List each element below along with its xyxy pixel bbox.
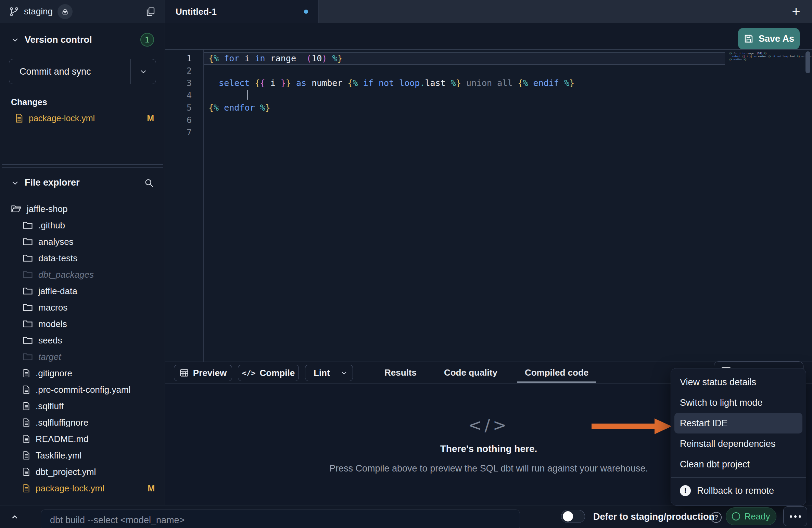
code-line-1[interactable]: {% for i in range (10) %} [204,52,725,65]
menu-item-restart-ide[interactable]: Restart IDE [674,413,802,433]
file-icon [23,369,30,378]
menu-item-label: Clean dbt project [680,459,750,470]
file-item-package-lock.yml[interactable]: package-lock.ymlM [2,480,163,496]
folder-item-models[interactable]: models [2,316,163,332]
item-name: .pre-commit-config.yaml [36,385,130,395]
branch-lock[interactable] [58,4,73,19]
folder-item-jaffle-data[interactable]: jaffle-data [2,283,163,299]
save-as-label: Save As [759,34,794,44]
commit-options-caret[interactable] [130,59,156,84]
branch-name: staging [24,6,53,17]
lint-button[interactable]: Lint [305,365,353,381]
file-item-dbt_project.yml[interactable]: dbt_project.yml [2,464,163,480]
search-icon[interactable] [144,178,154,188]
command-bar-divider [37,505,37,528]
minimap[interactable]: {% for i in range (10) %} select {{ i }}… [729,52,802,61]
menu-item-view-status-details[interactable]: View status details [674,372,802,392]
code-line-5[interactable]: {% endfor %} [204,102,812,114]
file-item-.gitignore[interactable]: .gitignore [2,365,163,381]
item-name: target [38,352,61,362]
folder-item-.github[interactable]: .github [2,217,163,234]
code-line-2[interactable] [204,65,812,77]
file-item-.sqlfluff[interactable]: .sqlfluff [2,398,163,414]
file-explorer-title: File explorer [25,177,80,188]
menu-item-clean-dbt-project[interactable]: Clean dbt project [674,454,802,475]
collapse-panel-button[interactable] [5,509,25,525]
defer-toggle[interactable] [561,510,585,523]
new-tab-button[interactable]: + [780,0,812,23]
folder-item-macros[interactable]: macros [2,299,163,316]
version-control-title: Version control [25,35,92,45]
item-name: models [38,319,67,329]
changed-file-name: package-lock.yml [29,113,95,123]
preview-label: Preview [193,368,227,378]
item-name: package-lock.yml [36,483,104,494]
chevron-down-icon[interactable] [11,36,19,44]
menu-item-rollback-to-remote[interactable]: !Rollback to remote [674,480,802,501]
tab-compiled-code[interactable]: Compiled code [511,362,602,383]
file-explorer-panel: File explorer jaffle-shop .github analys… [2,167,163,499]
item-name: data-tests [38,253,77,264]
chevron-down-icon[interactable] [11,179,19,187]
line-number: 4 [165,89,203,102]
save-as-button[interactable]: Save As [738,28,800,49]
code-line-3[interactable]: select {{ i }} as number {% if not loop.… [204,77,812,89]
folder-item-analyses[interactable]: analyses [2,234,163,250]
file-item-.sqlfluffignore[interactable]: .sqlfluffignore [2,414,163,431]
changed-file-row[interactable]: package-lock.yml M [2,110,163,127]
file-item-README.md[interactable]: README.md [2,431,163,447]
dbt-command-input[interactable] [41,510,520,528]
folder-icon [23,221,33,230]
folder-item-seeds[interactable]: seeds [2,332,163,349]
empty-state-subtitle: Press Compile above to preview the SQL d… [329,463,648,474]
tab-untitled-1[interactable]: Untitled-1 [165,0,319,23]
help-icon[interactable]: ? [711,512,722,523]
tab-code-quality[interactable]: Code quality [430,362,511,383]
file-item-.pre-commit-config.yaml[interactable]: .pre-commit-config.yaml [2,381,163,398]
line-number: 5 [165,102,203,114]
folder-item-dbt_packages[interactable]: dbt_packages [2,266,163,283]
branch-header: staging [0,0,165,23]
code-line-6[interactable] [204,114,812,126]
folder-item-data-tests[interactable]: data-tests [2,250,163,266]
folder-item-jaffle-shop[interactable]: jaffle-shop [2,201,163,217]
lock-icon [61,8,69,15]
sidebar: staging Version control [0,0,165,505]
minimap-line: {% endfor %} [729,58,802,61]
file-icon [23,402,30,411]
folder-icon [23,254,33,263]
item-name: jaffle-shop [27,204,68,214]
folder-item-target[interactable]: target [2,349,163,365]
folder-icon [23,352,33,361]
line-number: 3 [165,77,203,89]
item-name: macros [38,302,67,313]
modified-badge: M [147,113,154,123]
tab-results[interactable]: Results [371,362,430,383]
file-icon [23,451,30,460]
code-line-7[interactable] [204,126,812,139]
compile-button[interactable]: </> Compile [238,365,299,381]
code-line-4[interactable] [204,89,812,102]
git-branch-icon [9,7,19,17]
file-item-Taskfile.yml[interactable]: Taskfile.yml [2,447,163,464]
line-number-gutter: 1234567 [165,50,203,139]
code-area[interactable]: {% for i in range (10) %} select {{ i }}… [203,50,812,362]
menu-item-reinstall-dependencies[interactable]: Reinstall dependencies [674,433,802,454]
file-icon [23,385,30,394]
table-icon [179,368,189,378]
modified-badge: M [148,483,155,493]
code-editor[interactable]: 1234567 {% for i in range (10) %} select… [165,50,812,362]
line-number: 6 [165,114,203,126]
preview-button[interactable]: Preview [174,365,232,381]
folder-icon [23,287,33,296]
menu-divider [671,477,806,478]
dbt-ide-app: staging Version control [0,0,812,528]
commit-and-sync-button[interactable]: Commit and sync [9,59,156,84]
menu-item-switch-to-light-mode[interactable]: Switch to light mode [674,392,802,413]
editor-scrollbar[interactable] [805,51,810,73]
changes-count-badge: 1 [140,33,154,47]
copy-icon[interactable] [145,7,156,17]
more-options-button[interactable] [783,506,807,526]
lint-options-caret[interactable] [335,365,353,381]
status-badge[interactable]: Ready [726,507,776,525]
